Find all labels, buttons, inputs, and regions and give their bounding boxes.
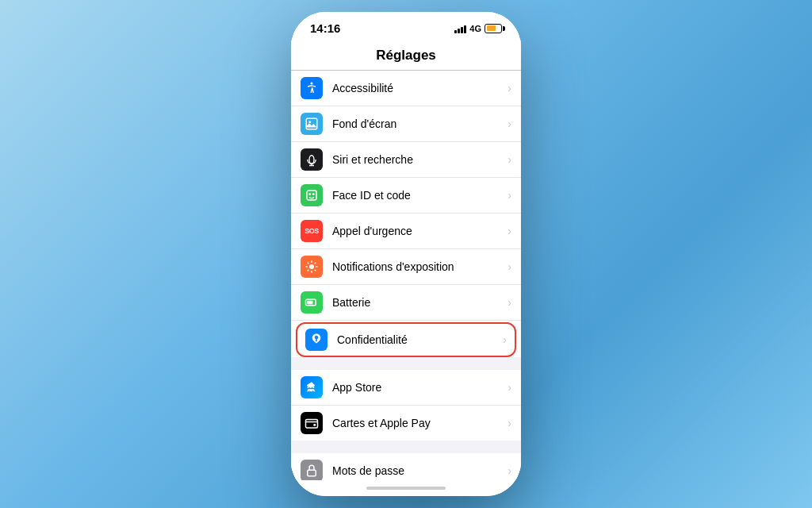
home-indicator <box>291 480 521 496</box>
row-appstore[interactable]: App Store › <box>291 370 521 406</box>
svg-rect-20 <box>306 420 318 429</box>
chevron-confidentialite: › <box>503 333 507 346</box>
home-bar <box>366 487 446 490</box>
chevron-siri: › <box>508 153 511 166</box>
status-icons: 4G <box>454 24 502 33</box>
icon-cartes <box>301 412 323 434</box>
status-time: 14:16 <box>310 21 340 35</box>
row-siri[interactable]: Siri et recherche › <box>291 142 521 178</box>
label-accessibilite: Accessibilité <box>332 82 508 94</box>
row-motsdepasse[interactable]: Mots de passe › <box>291 453 521 480</box>
icon-confidentialite <box>305 329 327 351</box>
label-urgence: Appel d'urgence <box>332 225 508 237</box>
network-label: 4G <box>469 24 481 33</box>
svg-line-14 <box>308 263 309 264</box>
icon-batterie <box>301 291 323 314</box>
chevron-batterie: › <box>508 296 511 309</box>
signal-icon <box>454 24 466 33</box>
label-exposition: Notifications d'exposition <box>332 260 508 273</box>
icon-faceid <box>301 184 323 206</box>
label-appstore: App Store <box>332 381 508 394</box>
svg-point-3 <box>309 156 314 164</box>
label-faceid: Face ID et code <box>332 189 508 202</box>
row-exposition[interactable]: Notifications d'exposition › <box>291 249 521 285</box>
row-accessibilite[interactable]: Accessibilité › <box>291 71 521 106</box>
label-confidentialite: Confidentialité <box>337 333 503 346</box>
battery-icon <box>485 24 502 33</box>
svg-rect-1 <box>306 118 317 129</box>
icon-appstore <box>301 376 323 398</box>
status-bar: 14:16 4G <box>291 12 521 40</box>
icon-siri <box>301 148 323 171</box>
chevron-exposition: › <box>508 260 511 273</box>
row-batterie[interactable]: Batterie › <box>291 285 521 321</box>
row-confidentialite[interactable]: Confidentialité › <box>296 322 516 357</box>
settings-list[interactable]: Accessibilité › Fond d'écran › Siri et r… <box>291 71 521 480</box>
icon-accessibilite <box>301 77 323 99</box>
chevron-motsdepasse: › <box>508 464 511 477</box>
icon-exposition <box>301 256 323 278</box>
chevron-fond-ecran: › <box>508 117 511 130</box>
chevron-cartes: › <box>508 417 511 429</box>
label-batterie: Batterie <box>332 296 508 309</box>
svg-point-7 <box>309 194 311 195</box>
label-fond-ecran: Fond d'écran <box>332 117 508 130</box>
row-faceid[interactable]: Face ID et code › <box>291 178 521 214</box>
settings-group-3: Mots de passe › Mail › Contacts › <box>291 453 521 480</box>
icon-motsdepasse <box>301 460 323 480</box>
svg-point-9 <box>309 264 314 269</box>
svg-line-15 <box>315 270 316 271</box>
chevron-appstore: › <box>508 381 511 394</box>
icon-fond-ecran <box>301 113 323 135</box>
chevron-accessibilite: › <box>508 82 511 94</box>
page-title-bar: Réglages <box>291 40 521 71</box>
row-cartes[interactable]: Cartes et Apple Pay › <box>291 406 521 441</box>
settings-group-2: App Store › Cartes et Apple Pay › <box>291 370 521 441</box>
chevron-urgence: › <box>508 225 511 237</box>
page-title: Réglages <box>376 48 436 63</box>
svg-point-8 <box>313 194 315 195</box>
label-cartes: Cartes et Apple Pay <box>332 417 508 429</box>
label-motsdepasse: Mots de passe <box>332 464 508 477</box>
screen-content: Réglages Accessibilité › Fond d'écran <box>291 40 521 480</box>
row-fond-ecran[interactable]: Fond d'écran › <box>291 106 521 142</box>
icon-urgence: SOS <box>301 220 323 242</box>
phone-frame: 14:16 4G Réglages Accessibilité <box>291 12 521 496</box>
svg-line-16 <box>315 263 316 264</box>
svg-point-0 <box>311 83 313 85</box>
row-urgence[interactable]: SOS Appel d'urgence › <box>291 214 521 249</box>
settings-group-1: Accessibilité › Fond d'écran › Siri et r… <box>291 71 521 357</box>
svg-point-2 <box>308 121 311 123</box>
chevron-faceid: › <box>508 189 511 202</box>
svg-point-21 <box>313 424 316 426</box>
svg-rect-19 <box>307 301 313 305</box>
svg-rect-22 <box>308 470 316 476</box>
label-siri: Siri et recherche <box>332 153 508 166</box>
svg-line-17 <box>308 270 309 271</box>
